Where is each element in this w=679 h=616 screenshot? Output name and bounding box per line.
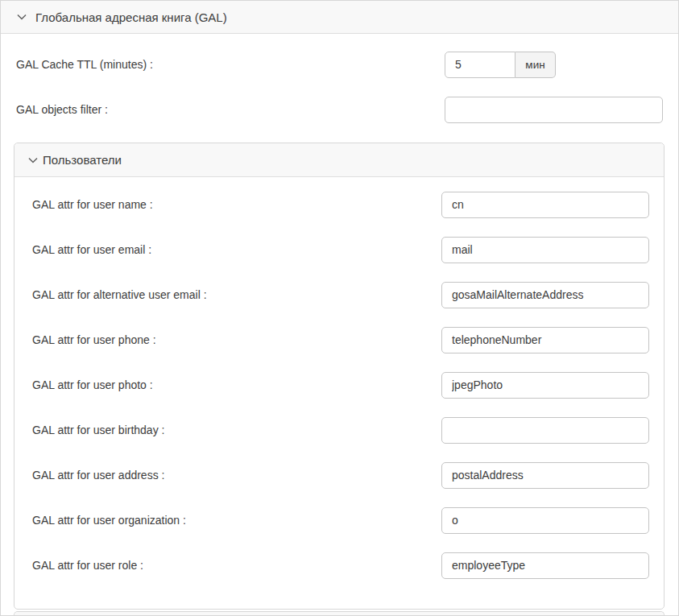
row-user-role-attr: GAL attr for user role : bbox=[30, 543, 649, 588]
user-phone-attr-label: GAL attr for user phone : bbox=[30, 333, 441, 346]
user-address-attr-label: GAL attr for user address : bbox=[30, 469, 441, 482]
gal-objects-filter-control bbox=[445, 97, 665, 123]
row-gal-cache-ttl: GAL Cache TTL (minutes) : мин bbox=[14, 42, 665, 87]
row-alt-user-email-attr: GAL attr for alternative user email : bbox=[30, 272, 649, 317]
gal-cache-ttl-label: GAL Cache TTL (minutes) : bbox=[14, 58, 445, 71]
row-user-organization-attr: GAL attr for user organization : bbox=[30, 498, 649, 543]
gal-section-body: GAL Cache TTL (minutes) : мин GAL object… bbox=[1, 34, 678, 616]
gal-objects-filter-input[interactable] bbox=[445, 97, 663, 123]
chevron-down-icon bbox=[28, 157, 38, 163]
users-section-body: GAL attr for user name : GAL attr for us… bbox=[14, 177, 664, 609]
users-card: Пользователи GAL attr for user name : GA… bbox=[14, 143, 665, 610]
user-email-attr-input[interactable] bbox=[441, 237, 649, 263]
gal-section-header[interactable]: Глобальная адресная книга (GAL) bbox=[1, 1, 678, 34]
row-user-birthday-attr: GAL attr for user birthday : bbox=[30, 407, 649, 453]
row-user-address-attr: GAL attr for user address : bbox=[30, 453, 649, 498]
user-role-attr-input[interactable] bbox=[441, 552, 649, 579]
user-photo-attr-input[interactable] bbox=[441, 372, 649, 399]
next-section-header[interactable] bbox=[14, 612, 664, 616]
user-phone-attr-input[interactable] bbox=[441, 327, 649, 353]
gal-objects-filter-label: GAL objects filter : bbox=[14, 103, 445, 116]
user-address-attr-input[interactable] bbox=[441, 462, 649, 489]
user-name-attr-input[interactable] bbox=[441, 192, 649, 218]
user-organization-attr-input[interactable] bbox=[441, 507, 649, 534]
user-organization-attr-label: GAL attr for user organization : bbox=[30, 514, 441, 527]
chevron-down-icon bbox=[17, 14, 27, 20]
row-gal-objects-filter: GAL objects filter : bbox=[14, 87, 665, 132]
gal-cache-ttl-input[interactable] bbox=[445, 52, 515, 78]
row-user-phone-attr: GAL attr for user phone : bbox=[30, 317, 649, 362]
row-user-email-attr: GAL attr for user email : bbox=[30, 227, 649, 272]
ttl-unit-addon: мин bbox=[515, 52, 556, 78]
alt-user-email-attr-label: GAL attr for alternative user email : bbox=[30, 288, 441, 301]
user-photo-attr-label: GAL attr for user photo : bbox=[30, 378, 441, 391]
gal-settings-panel: Глобальная адресная книга (GAL) GAL Cach… bbox=[0, 0, 679, 616]
row-user-name-attr: GAL attr for user name : bbox=[30, 182, 649, 227]
user-role-attr-label: GAL attr for user role : bbox=[30, 559, 441, 572]
gal-cache-ttl-input-group: мин bbox=[445, 52, 556, 78]
users-section-header[interactable]: Пользователи bbox=[14, 143, 664, 177]
users-section-title: Пользователи bbox=[43, 153, 122, 167]
alt-user-email-attr-input[interactable] bbox=[441, 282, 649, 308]
user-email-attr-label: GAL attr for user email : bbox=[30, 243, 441, 256]
user-name-attr-label: GAL attr for user name : bbox=[30, 198, 441, 211]
next-section-stub[interactable] bbox=[14, 611, 665, 616]
row-user-photo-attr: GAL attr for user photo : bbox=[30, 362, 649, 407]
user-birthday-attr-input[interactable] bbox=[441, 417, 649, 444]
user-birthday-attr-label: GAL attr for user birthday : bbox=[30, 424, 441, 436]
gal-cache-ttl-control: мин bbox=[445, 52, 665, 78]
gal-section-title: Глобальная адресная книга (GAL) bbox=[35, 10, 227, 24]
